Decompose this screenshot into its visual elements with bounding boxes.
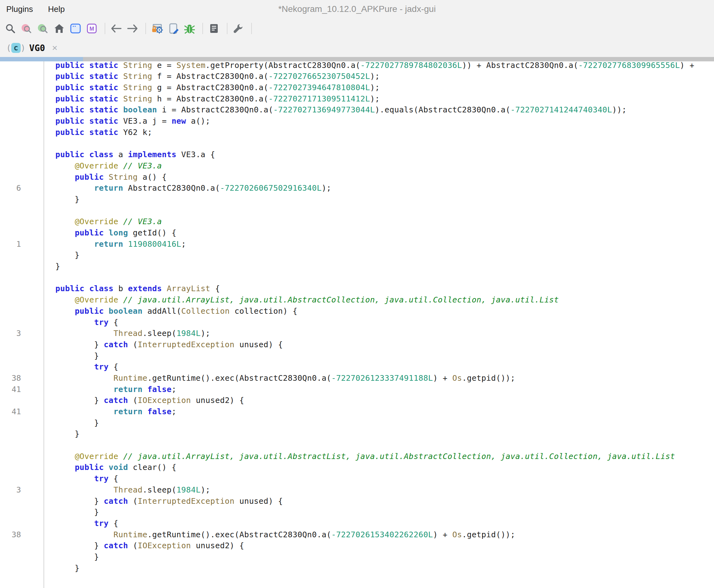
code-line[interactable]: public class a implements VE3.a { (36, 149, 714, 160)
line-number (0, 216, 44, 227)
line-number (0, 250, 44, 261)
line-number (0, 563, 44, 574)
code-line[interactable]: } (36, 417, 714, 428)
code-line[interactable]: return AbstractC2830Qn0.a(-7227026067502… (36, 183, 714, 194)
code-line[interactable]: } (36, 563, 714, 574)
search-icon[interactable] (4, 22, 16, 35)
code-line[interactable]: try { (36, 518, 714, 529)
code-line[interactable]: Runtime.getRuntime().exec(AbstractC2830Q… (36, 373, 714, 384)
log-viewer-icon[interactable] (208, 22, 220, 35)
code-line[interactable]: } (36, 428, 714, 440)
code-line[interactable] (36, 272, 714, 284)
line-number (0, 507, 44, 518)
back-icon[interactable] (110, 22, 122, 35)
toolbar-separator (145, 23, 146, 34)
scrollbar-thumb[interactable] (0, 57, 83, 61)
toolbar-separator (251, 23, 252, 34)
line-number-gutter: 6 1 3 3841 41 3 38 (0, 61, 44, 588)
line-number (0, 317, 44, 328)
code-line[interactable]: } catch (IOException unused2) { (36, 395, 714, 406)
code-line[interactable]: public String a() { (36, 172, 714, 183)
code-line[interactable]: public class b extends ArrayList { (36, 283, 714, 294)
code-line[interactable]: Thread.sleep(1984L); (36, 484, 714, 496)
forward-icon[interactable] (127, 22, 139, 35)
line-number: 1 (0, 238, 44, 250)
line-number (0, 462, 44, 473)
line-number: 41 (0, 406, 44, 417)
code-line[interactable]: } (36, 507, 714, 518)
code-line[interactable]: try { (36, 473, 714, 484)
class-search-icon[interactable] (21, 22, 33, 35)
code-line[interactable]: return 1190800416L; (36, 238, 714, 250)
code-line[interactable]: @Override // VE3.a (36, 160, 714, 172)
code-line[interactable]: } catch (IOException unused2) { (36, 540, 714, 551)
toolbar: M (0, 18, 714, 39)
code-line[interactable]: public static boolean i = AbstractC2830Q… (36, 104, 714, 115)
line-number (0, 138, 44, 149)
line-number (0, 205, 44, 216)
code-line[interactable]: public static String g = AbstractC2830Qn… (36, 82, 714, 93)
svg-text:M: M (89, 26, 94, 32)
code-search-icon[interactable] (37, 22, 49, 35)
line-number (0, 518, 44, 529)
line-number: 38 (0, 529, 44, 540)
code-line[interactable]: try { (36, 361, 714, 373)
code-line[interactable]: public void clear() { (36, 462, 714, 473)
code-line[interactable]: public static String e = System.getPrope… (36, 61, 714, 71)
menu-plugins[interactable]: Plugins (0, 0, 40, 18)
code-line[interactable]: } catch (InterruptedException unused) { (36, 496, 714, 507)
menu-help[interactable]: Help (40, 0, 72, 18)
device-edit-icon[interactable] (167, 22, 179, 35)
home-icon[interactable] (53, 22, 65, 35)
line-number (0, 551, 44, 563)
code-line[interactable]: Runtime.getRuntime().exec(AbstractC2830Q… (36, 529, 714, 540)
tab-close-icon[interactable]: × (52, 43, 58, 52)
deobfuscation-icon[interactable] (151, 22, 163, 35)
line-number (0, 261, 44, 272)
code-line[interactable]: } (36, 350, 714, 362)
code-line[interactable]: public static Y62 k; (36, 127, 714, 138)
tab-vg0[interactable]: (c) VG0 × (0, 39, 65, 57)
code-line[interactable]: public long getId() { (36, 227, 714, 238)
line-number (0, 350, 44, 362)
code-line[interactable]: public static VE3.a j = new a(); (36, 115, 714, 127)
line-number (0, 294, 44, 306)
code-line[interactable]: } (36, 194, 714, 205)
menu-bar: Plugins Help *Nekogram_10.12.0_APKPure -… (0, 0, 714, 18)
toolbar-separator (105, 23, 105, 34)
code-line[interactable]: @Override // VE3.a (36, 216, 714, 227)
code-line[interactable]: public boolean addAll(Collection collect… (36, 306, 714, 317)
code-line[interactable]: @Override // java.util.ArrayList, java.u… (36, 294, 714, 306)
line-number (0, 127, 44, 138)
code-line[interactable]: return false; (36, 384, 714, 395)
code-line[interactable]: try { (36, 317, 714, 328)
line-number (0, 496, 44, 507)
line-number (0, 272, 44, 284)
code-line[interactable]: public static String f = AbstractC2830Qn… (36, 71, 714, 82)
debug-icon[interactable] (184, 22, 196, 35)
line-number (0, 440, 44, 451)
code-line[interactable]: @Override // java.util.ArrayList, java.u… (36, 451, 714, 462)
code-line[interactable]: public static String h = AbstractC2830Qn… (36, 93, 714, 105)
code-line[interactable]: } catch (InterruptedException unused) { (36, 339, 714, 350)
line-number: 3 (0, 484, 44, 496)
code-line[interactable]: } (36, 250, 714, 261)
code-editor: public static String e = System.getPrope… (0, 61, 714, 588)
preferences-icon[interactable] (232, 22, 244, 35)
code-line[interactable] (36, 138, 714, 149)
code-line[interactable] (36, 205, 714, 216)
code-line[interactable]: return false; (36, 406, 714, 417)
line-number (0, 149, 44, 160)
horizontal-scrollbar[interactable] (0, 57, 714, 61)
code-line[interactable] (36, 440, 714, 451)
code-line[interactable]: } (36, 261, 714, 272)
code-pane[interactable]: public static String e = System.getPrope… (0, 61, 714, 588)
code-line[interactable]: } (36, 551, 714, 563)
memory-dump-icon[interactable]: M (86, 22, 98, 35)
line-number (0, 428, 44, 440)
new-window-icon[interactable] (69, 22, 81, 35)
line-number (0, 306, 44, 317)
line-number (0, 160, 44, 172)
line-number (0, 339, 44, 350)
code-line[interactable]: Thread.sleep(1984L); (36, 328, 714, 339)
